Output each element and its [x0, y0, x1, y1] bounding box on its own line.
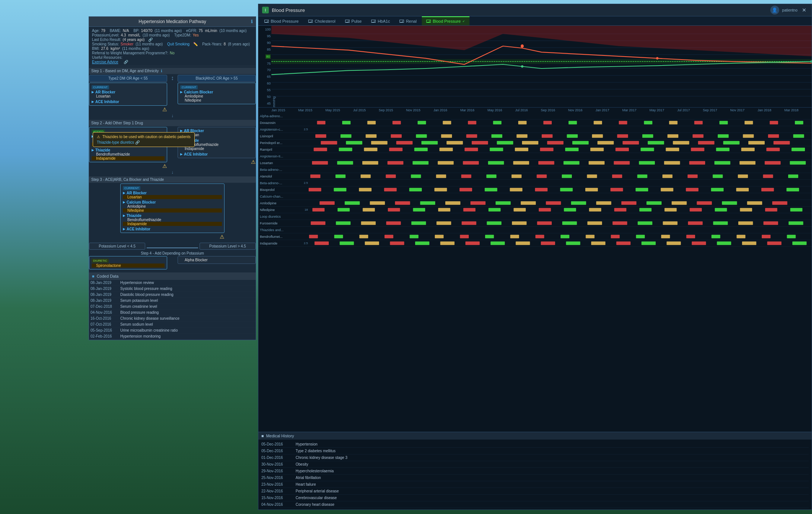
step3-drug1-name: Losartan — [123, 195, 222, 199]
coded-data-desc: Chronic kidney disease surveillance — [120, 316, 254, 320]
close-button[interactable]: ✕ — [800, 7, 808, 13]
history-row: 29-Nov-2016Hypercholesterolaemia — [261, 468, 809, 475]
tab-hba1c-label: HbA1c — [378, 19, 390, 23]
coded-data-header[interactable]: ■ Coded Data — [89, 272, 256, 280]
coded-data-row: 04-Nov-2016Blood pressure reading — [89, 310, 256, 316]
med-dose: 18 — [299, 208, 309, 211]
y-85: 85 — [267, 48, 271, 51]
history-row: 01-Dec-2016Chronic kidney disease stage … — [261, 454, 809, 461]
potassium-label: PotassiumLevel: — [92, 33, 119, 37]
step4-row: DIURETIC Spironolactone Alpha Blocker — [89, 256, 256, 269]
svg-rect-127 — [587, 175, 597, 178]
echo-label: Last Echo Result: — [92, 38, 121, 42]
x-axis-label: Nov 2015 — [406, 108, 421, 112]
egfr-label: eGFR: — [186, 29, 197, 33]
panel-title-icon: I — [262, 7, 269, 13]
svg-rect-226 — [586, 235, 595, 238]
svg-rect-132 — [713, 175, 723, 178]
med-bar-area — [309, 240, 812, 246]
svg-rect-107 — [589, 161, 605, 165]
chart-tabs: Blood Pressure Cholesterol Pulse HbA1c R… — [258, 16, 812, 26]
svg-rect-195 — [311, 221, 325, 225]
svg-point-13 — [521, 65, 523, 68]
potassium-high-label: Potassium Level > 4.5 — [200, 243, 256, 250]
med-row: Amlodipine — [258, 200, 812, 207]
step3-warning: ⚠ — [120, 234, 225, 240]
svg-rect-193 — [765, 208, 777, 211]
tab-pulse[interactable]: Pulse — [341, 16, 366, 25]
svg-rect-25 — [518, 121, 527, 124]
thiazide-link[interactable]: Thiazide-type diuretics — [97, 140, 134, 144]
med-row: Ramipril — [258, 146, 812, 153]
svg-rect-222 — [485, 235, 494, 238]
history-desc: Peripheral arterial disease — [296, 489, 339, 493]
svg-rect-196 — [336, 221, 350, 225]
svg-rect-93 — [741, 148, 755, 151]
right-panel: I Blood Pressure 👤 patientno ✕ Blood Pre… — [258, 4, 812, 510]
chart-svg: mmHg — [271, 26, 812, 107]
bame-value: N/A — [123, 29, 129, 33]
exercise-advice-link[interactable]: Exercise Advice — [92, 60, 118, 64]
svg-rect-83 — [490, 148, 503, 151]
coded-data-date: 04-Nov-2016 — [90, 310, 120, 315]
tab-blood-pressure-2[interactable]: Blood Pressure ✓ — [422, 16, 469, 25]
svg-rect-167 — [596, 201, 611, 205]
coded-data-desc: Blood pressure reading — [120, 310, 254, 315]
svg-rect-182 — [488, 208, 501, 211]
svg-rect-156 — [319, 201, 335, 205]
svg-rect-138 — [359, 188, 372, 191]
svg-rect-215 — [309, 235, 318, 238]
svg-rect-40 — [391, 134, 402, 138]
svg-rect-87 — [590, 148, 604, 151]
svg-rect-250 — [692, 242, 706, 245]
coded-data-date: 05-Sep-2016 — [90, 328, 120, 332]
tab-blood-pressure-1[interactable]: Blood Pressure — [260, 16, 303, 25]
step3-drug4-type: ACE Inhibitor — [123, 227, 222, 231]
svg-rect-234 — [787, 235, 796, 238]
svg-rect-59 — [371, 141, 388, 144]
quit-smoking-link[interactable]: Quit Smoking — [167, 42, 190, 46]
tab-pulse-label: Pulse — [351, 19, 362, 23]
egfr-value: 75 — [199, 29, 203, 33]
coded-data-date: 16-Oct-2016 — [90, 316, 120, 320]
step1-right-drug-box: CURRENT Calcium Blocker Amlodipine Nifed… — [178, 83, 256, 104]
x-axis-label: Mar 2015 — [298, 108, 312, 112]
step4-right-drug-name: Alpha Blocker — [180, 258, 253, 262]
med-name: Doxazosin — [258, 121, 299, 125]
svg-rect-248 — [641, 242, 656, 245]
svg-rect-172 — [722, 201, 737, 205]
echo-link-icon[interactable]: 🔗 — [148, 38, 153, 42]
step1-info-icon[interactable]: ℹ — [161, 69, 162, 73]
echo-value: (4 years ago) — [122, 38, 144, 42]
svg-rect-29 — [619, 121, 627, 124]
svg-rect-22 — [443, 121, 451, 124]
svg-rect-82 — [465, 148, 478, 151]
svg-rect-46 — [542, 134, 553, 138]
history-row: 05-Dec-2016Type 2 diabetes mellitus — [261, 448, 809, 454]
step1-right-condition: Black|AfroC OR Age > 55 — [178, 75, 256, 82]
tab-renal-icon — [399, 20, 404, 23]
svg-rect-175 — [312, 208, 325, 211]
svg-rect-72 — [698, 141, 714, 144]
pathway-info-icon[interactable]: ℹ — [251, 19, 253, 24]
med-name: Perindopril er... — [258, 141, 299, 145]
svg-rect-94 — [766, 148, 780, 151]
bp-label: BP: — [134, 29, 140, 33]
tab-renal[interactable]: Renal — [395, 16, 421, 25]
thiazide-link-icon: 🔗 — [135, 140, 140, 144]
svg-rect-184 — [539, 208, 551, 211]
svg-rect-35 — [770, 121, 778, 124]
bmi-time: (11 months ago) — [122, 47, 149, 51]
tab-hba1c[interactable]: HbA1c — [367, 16, 394, 25]
history-date: 04-Nov-2016 — [261, 502, 291, 507]
egfr-time: (10 months ago) — [219, 29, 246, 33]
coded-data-row: 07-Dec-2018Serum creatinine level — [89, 304, 256, 310]
svg-rect-212 — [738, 221, 753, 225]
y-80: 80 — [265, 54, 271, 59]
x-axis-label: Nov 2016 — [568, 108, 583, 112]
coded-data-desc: Hypertension monitoring — [120, 334, 254, 338]
tab-cholesterol[interactable]: Cholesterol — [304, 16, 340, 25]
svg-rect-43 — [466, 134, 477, 138]
svg-rect-57 — [321, 141, 337, 144]
patient-info: Age: 79 BAME: N/A BP: 140/70 (11 months … — [89, 27, 256, 66]
